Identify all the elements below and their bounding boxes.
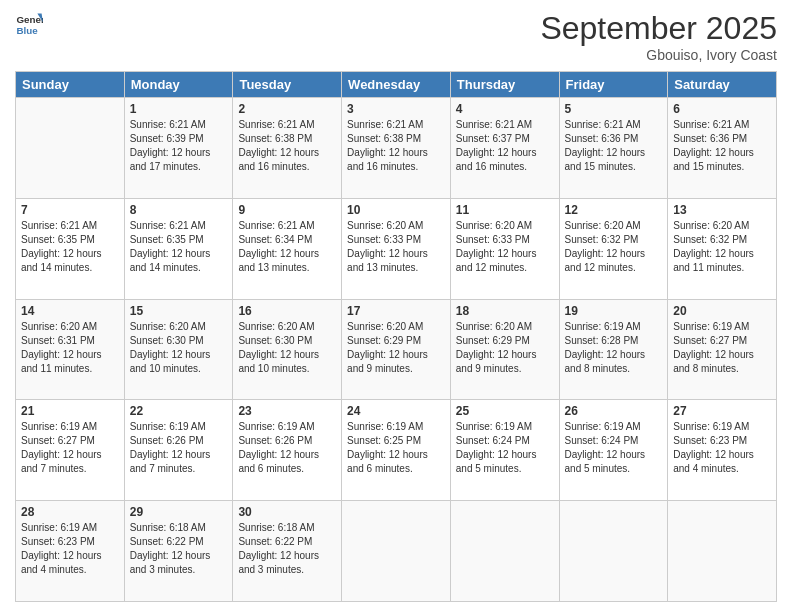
day-number: 2: [238, 102, 336, 116]
calendar-cell: 10Sunrise: 6:20 AM Sunset: 6:33 PM Dayli…: [342, 198, 451, 299]
day-number: 5: [565, 102, 663, 116]
calendar-table: Sunday Monday Tuesday Wednesday Thursday…: [15, 71, 777, 602]
day-number: 3: [347, 102, 445, 116]
cell-info: Sunrise: 6:20 AM Sunset: 6:30 PM Dayligh…: [238, 320, 336, 376]
month-title: September 2025: [540, 10, 777, 47]
day-number: 10: [347, 203, 445, 217]
logo: General Blue: [15, 10, 43, 38]
cell-info: Sunrise: 6:20 AM Sunset: 6:33 PM Dayligh…: [456, 219, 554, 275]
calendar-cell: 17Sunrise: 6:20 AM Sunset: 6:29 PM Dayli…: [342, 299, 451, 400]
day-number: 29: [130, 505, 228, 519]
day-number: 24: [347, 404, 445, 418]
day-number: 11: [456, 203, 554, 217]
header-sunday: Sunday: [16, 72, 125, 98]
calendar-cell: [16, 98, 125, 199]
cell-info: Sunrise: 6:21 AM Sunset: 6:36 PM Dayligh…: [565, 118, 663, 174]
day-number: 12: [565, 203, 663, 217]
calendar-cell: 28Sunrise: 6:19 AM Sunset: 6:23 PM Dayli…: [16, 501, 125, 602]
day-number: 27: [673, 404, 771, 418]
cell-info: Sunrise: 6:20 AM Sunset: 6:32 PM Dayligh…: [565, 219, 663, 275]
day-number: 17: [347, 304, 445, 318]
day-number: 23: [238, 404, 336, 418]
calendar-week-0: 1Sunrise: 6:21 AM Sunset: 6:39 PM Daylig…: [16, 98, 777, 199]
header-wednesday: Wednesday: [342, 72, 451, 98]
cell-info: Sunrise: 6:19 AM Sunset: 6:25 PM Dayligh…: [347, 420, 445, 476]
cell-info: Sunrise: 6:19 AM Sunset: 6:28 PM Dayligh…: [565, 320, 663, 376]
cell-info: Sunrise: 6:19 AM Sunset: 6:27 PM Dayligh…: [673, 320, 771, 376]
calendar-cell: 5Sunrise: 6:21 AM Sunset: 6:36 PM Daylig…: [559, 98, 668, 199]
day-number: 18: [456, 304, 554, 318]
cell-info: Sunrise: 6:20 AM Sunset: 6:32 PM Dayligh…: [673, 219, 771, 275]
header-saturday: Saturday: [668, 72, 777, 98]
cell-info: Sunrise: 6:20 AM Sunset: 6:31 PM Dayligh…: [21, 320, 119, 376]
calendar-cell: 11Sunrise: 6:20 AM Sunset: 6:33 PM Dayli…: [450, 198, 559, 299]
cell-info: Sunrise: 6:21 AM Sunset: 6:36 PM Dayligh…: [673, 118, 771, 174]
cell-info: Sunrise: 6:18 AM Sunset: 6:22 PM Dayligh…: [238, 521, 336, 577]
cell-info: Sunrise: 6:19 AM Sunset: 6:23 PM Dayligh…: [21, 521, 119, 577]
day-number: 8: [130, 203, 228, 217]
day-number: 20: [673, 304, 771, 318]
calendar-cell: 23Sunrise: 6:19 AM Sunset: 6:26 PM Dayli…: [233, 400, 342, 501]
calendar-week-1: 7Sunrise: 6:21 AM Sunset: 6:35 PM Daylig…: [16, 198, 777, 299]
subtitle: Gbouiso, Ivory Coast: [540, 47, 777, 63]
calendar-cell: [450, 501, 559, 602]
calendar-cell: 2Sunrise: 6:21 AM Sunset: 6:38 PM Daylig…: [233, 98, 342, 199]
calendar-cell: 29Sunrise: 6:18 AM Sunset: 6:22 PM Dayli…: [124, 501, 233, 602]
cell-info: Sunrise: 6:20 AM Sunset: 6:30 PM Dayligh…: [130, 320, 228, 376]
calendar-cell: 3Sunrise: 6:21 AM Sunset: 6:38 PM Daylig…: [342, 98, 451, 199]
page: General Blue September 2025 Gbouiso, Ivo…: [0, 0, 792, 612]
calendar-cell: 15Sunrise: 6:20 AM Sunset: 6:30 PM Dayli…: [124, 299, 233, 400]
title-block: September 2025 Gbouiso, Ivory Coast: [540, 10, 777, 63]
calendar-cell: 14Sunrise: 6:20 AM Sunset: 6:31 PM Dayli…: [16, 299, 125, 400]
calendar-header-row: Sunday Monday Tuesday Wednesday Thursday…: [16, 72, 777, 98]
calendar-cell: 12Sunrise: 6:20 AM Sunset: 6:32 PM Dayli…: [559, 198, 668, 299]
calendar-cell: 26Sunrise: 6:19 AM Sunset: 6:24 PM Dayli…: [559, 400, 668, 501]
calendar-cell: 7Sunrise: 6:21 AM Sunset: 6:35 PM Daylig…: [16, 198, 125, 299]
day-number: 7: [21, 203, 119, 217]
cell-info: Sunrise: 6:21 AM Sunset: 6:38 PM Dayligh…: [347, 118, 445, 174]
calendar-cell: 13Sunrise: 6:20 AM Sunset: 6:32 PM Dayli…: [668, 198, 777, 299]
header: General Blue September 2025 Gbouiso, Ivo…: [15, 10, 777, 63]
day-number: 4: [456, 102, 554, 116]
calendar-cell: [559, 501, 668, 602]
calendar-cell: 21Sunrise: 6:19 AM Sunset: 6:27 PM Dayli…: [16, 400, 125, 501]
cell-info: Sunrise: 6:19 AM Sunset: 6:23 PM Dayligh…: [673, 420, 771, 476]
day-number: 13: [673, 203, 771, 217]
cell-info: Sunrise: 6:21 AM Sunset: 6:34 PM Dayligh…: [238, 219, 336, 275]
cell-info: Sunrise: 6:19 AM Sunset: 6:24 PM Dayligh…: [456, 420, 554, 476]
cell-info: Sunrise: 6:21 AM Sunset: 6:35 PM Dayligh…: [130, 219, 228, 275]
header-monday: Monday: [124, 72, 233, 98]
day-number: 19: [565, 304, 663, 318]
cell-info: Sunrise: 6:21 AM Sunset: 6:35 PM Dayligh…: [21, 219, 119, 275]
header-friday: Friday: [559, 72, 668, 98]
cell-info: Sunrise: 6:18 AM Sunset: 6:22 PM Dayligh…: [130, 521, 228, 577]
day-number: 26: [565, 404, 663, 418]
calendar-cell: 20Sunrise: 6:19 AM Sunset: 6:27 PM Dayli…: [668, 299, 777, 400]
calendar-cell: 25Sunrise: 6:19 AM Sunset: 6:24 PM Dayli…: [450, 400, 559, 501]
day-number: 15: [130, 304, 228, 318]
cell-info: Sunrise: 6:19 AM Sunset: 6:26 PM Dayligh…: [130, 420, 228, 476]
calendar-cell: 6Sunrise: 6:21 AM Sunset: 6:36 PM Daylig…: [668, 98, 777, 199]
day-number: 28: [21, 505, 119, 519]
logo-icon: General Blue: [15, 10, 43, 38]
calendar-cell: 1Sunrise: 6:21 AM Sunset: 6:39 PM Daylig…: [124, 98, 233, 199]
cell-info: Sunrise: 6:19 AM Sunset: 6:27 PM Dayligh…: [21, 420, 119, 476]
header-thursday: Thursday: [450, 72, 559, 98]
cell-info: Sunrise: 6:21 AM Sunset: 6:37 PM Dayligh…: [456, 118, 554, 174]
day-number: 14: [21, 304, 119, 318]
cell-info: Sunrise: 6:21 AM Sunset: 6:38 PM Dayligh…: [238, 118, 336, 174]
calendar-cell: 9Sunrise: 6:21 AM Sunset: 6:34 PM Daylig…: [233, 198, 342, 299]
day-number: 16: [238, 304, 336, 318]
cell-info: Sunrise: 6:20 AM Sunset: 6:33 PM Dayligh…: [347, 219, 445, 275]
day-number: 9: [238, 203, 336, 217]
calendar-cell: 30Sunrise: 6:18 AM Sunset: 6:22 PM Dayli…: [233, 501, 342, 602]
calendar-cell: [342, 501, 451, 602]
cell-info: Sunrise: 6:20 AM Sunset: 6:29 PM Dayligh…: [347, 320, 445, 376]
cell-info: Sunrise: 6:20 AM Sunset: 6:29 PM Dayligh…: [456, 320, 554, 376]
calendar-cell: 27Sunrise: 6:19 AM Sunset: 6:23 PM Dayli…: [668, 400, 777, 501]
calendar-week-4: 28Sunrise: 6:19 AM Sunset: 6:23 PM Dayli…: [16, 501, 777, 602]
calendar-cell: 4Sunrise: 6:21 AM Sunset: 6:37 PM Daylig…: [450, 98, 559, 199]
day-number: 25: [456, 404, 554, 418]
calendar-cell: 8Sunrise: 6:21 AM Sunset: 6:35 PM Daylig…: [124, 198, 233, 299]
day-number: 22: [130, 404, 228, 418]
